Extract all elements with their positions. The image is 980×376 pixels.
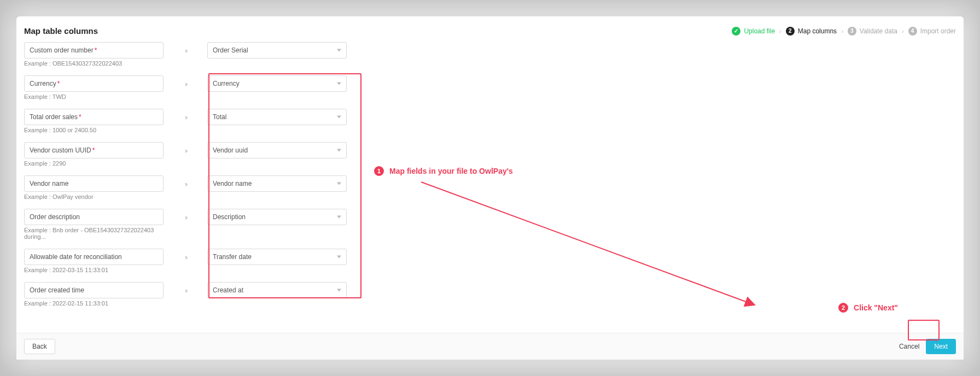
source-field-block: Vendor custom UUIDExample : 2290 (24, 142, 164, 172)
page-title: Map table columns (24, 26, 98, 36)
footer: Back Cancel Next (16, 333, 964, 360)
target-field-block: Vendor name (207, 175, 347, 192)
source-field-block: Order descriptionExample : Bnb order - O… (24, 209, 164, 245)
step-label: Validate data (860, 27, 897, 35)
header: Map table columns ✓ Upload file › 2 Map … (16, 16, 964, 42)
chevron-right-icon: › (779, 28, 781, 34)
maps-to-icon: ›› (180, 209, 191, 221)
source-field-input[interactable]: Order description (24, 209, 164, 225)
example-text: Example : 2022-03-15 11:33:01 (24, 267, 164, 273)
maps-to-icon: ›› (180, 249, 191, 261)
source-field-block: CurrencyExample : TWD (24, 75, 164, 105)
target-column-select[interactable]: Transfer date (207, 249, 347, 265)
next-button[interactable]: Next (926, 339, 956, 354)
mapping-row: Vendor nameExample : OwlPay vendor››Vend… (24, 175, 956, 205)
step-import-order: 4 Import order (908, 27, 956, 36)
cancel-button[interactable]: Cancel (899, 343, 919, 350)
maps-to-icon: ›› (180, 42, 191, 55)
example-text: Example : OBE15430327322022403 (24, 60, 164, 67)
mapping-content: Custom order numberExample : OBE15430327… (16, 42, 964, 333)
maps-to-icon: ›› (180, 175, 191, 188)
step-number-icon: 3 (848, 27, 856, 36)
check-icon: ✓ (732, 27, 740, 36)
example-text: Example : Bnb order - OBE154303273220224… (24, 227, 164, 240)
step-label: Upload file (744, 27, 775, 35)
example-text: Example : TWD (24, 93, 164, 100)
source-field-input[interactable]: Allowable date for reconciliation (24, 249, 164, 265)
target-field-block: Created at (207, 282, 347, 298)
target-column-select[interactable]: Total (207, 109, 347, 125)
target-field-block: Description (207, 209, 347, 225)
chevron-right-icon: › (841, 28, 843, 34)
example-text: Example : 2022-02-15 11:33:01 (24, 300, 164, 307)
source-field-block: Vendor nameExample : OwlPay vendor (24, 175, 164, 205)
source-field-block: Custom order numberExample : OBE15430327… (24, 42, 164, 72)
source-field-input[interactable]: Order created time (24, 282, 164, 298)
step-label: Import order (920, 27, 956, 35)
target-field-block: Transfer date (207, 249, 347, 265)
source-field-block: Order created timeExample : 2022-02-15 1… (24, 282, 164, 312)
source-field-input[interactable]: Total order sales (24, 109, 164, 125)
annotation-text: Click "Next" (854, 303, 898, 312)
step-label: Map columns (798, 27, 837, 35)
annotation-number-badge: 2 (838, 303, 848, 313)
target-column-select[interactable]: Description (207, 209, 347, 225)
mapping-row: Allowable date for reconciliationExample… (24, 249, 956, 279)
target-column-select[interactable]: Order Serial (207, 42, 347, 58)
mapping-row: Custom order numberExample : OBE15430327… (24, 42, 956, 72)
example-text: Example : OwlPay vendor (24, 193, 164, 200)
target-field-block: Order Serial (207, 42, 347, 58)
source-field-input[interactable]: Custom order number (24, 42, 164, 58)
mapping-row: CurrencyExample : TWD››Currency (24, 75, 956, 105)
back-button[interactable]: Back (24, 339, 55, 354)
step-upload-file: ✓ Upload file (732, 27, 775, 36)
target-field-block: Vendor uuid (207, 142, 347, 158)
source-field-input[interactable]: Vendor name (24, 175, 164, 192)
app-window: Map table columns ✓ Upload file › 2 Map … (16, 16, 964, 360)
chevron-right-icon: › (902, 28, 904, 34)
step-map-columns: 2 Map columns (786, 27, 837, 36)
annotation-callout-2: 2 Click "Next" (838, 303, 898, 313)
target-column-select[interactable]: Vendor name (207, 175, 347, 192)
footer-actions: Cancel Next (899, 339, 956, 354)
target-field-block: Total (207, 109, 347, 125)
step-number-icon: 2 (786, 27, 795, 36)
example-text: Example : 1000 or 2400.50 (24, 127, 164, 133)
example-text: Example : 2290 (24, 160, 164, 167)
maps-to-icon: ›› (180, 75, 191, 88)
step-number-icon: 4 (908, 27, 917, 36)
annotation-number-badge: 1 (374, 166, 384, 176)
mapping-row: Order descriptionExample : Bnb order - O… (24, 209, 956, 245)
maps-to-icon: ›› (180, 142, 191, 155)
target-column-select[interactable]: Created at (207, 282, 347, 298)
target-column-select[interactable]: Vendor uuid (207, 142, 347, 158)
target-column-select[interactable]: Currency (207, 75, 347, 92)
progress-steps: ✓ Upload file › 2 Map columns › 3 Valida… (732, 27, 956, 36)
step-validate-data: 3 Validate data (848, 27, 897, 36)
maps-to-icon: ›› (180, 282, 191, 295)
maps-to-icon: ›› (180, 109, 191, 121)
source-field-input[interactable]: Vendor custom UUID (24, 142, 164, 158)
annotation-callout-1: 1 Map fields in your file to OwlPay's (374, 166, 513, 176)
mapping-row: Total order salesExample : 1000 or 2400.… (24, 109, 956, 139)
source-field-input[interactable]: Currency (24, 75, 164, 92)
mapping-row: Order created timeExample : 2022-02-15 1… (24, 282, 956, 312)
annotation-text: Map fields in your file to OwlPay's (389, 167, 513, 175)
target-field-block: Currency (207, 75, 347, 92)
source-field-block: Total order salesExample : 1000 or 2400.… (24, 109, 164, 139)
source-field-block: Allowable date for reconciliationExample… (24, 249, 164, 279)
